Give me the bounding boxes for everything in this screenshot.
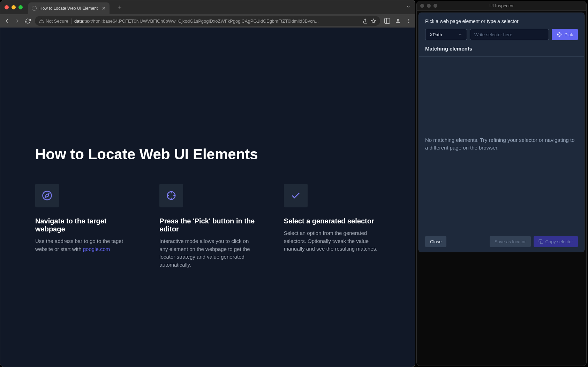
- matching-elements-body: No matching elements. Try refining your …: [419, 57, 584, 231]
- copy-label: Copy selector: [545, 239, 573, 244]
- step-title: Select a generated selector: [284, 217, 380, 225]
- steps-row: Navigate to the target webpage Use the a…: [35, 184, 380, 269]
- save-locator-button[interactable]: Save as locator: [490, 236, 531, 247]
- step-title: Press the 'Pick' button in the editor: [159, 217, 256, 233]
- tab-dropdown-icon[interactable]: [406, 4, 411, 10]
- clipboard-icon: [538, 239, 543, 244]
- panel-footer: Close Save as locator Copy selector: [419, 231, 584, 252]
- crosshair-icon: [159, 184, 183, 207]
- share-icon[interactable]: [363, 18, 368, 24]
- pick-button[interactable]: Pick: [552, 29, 578, 40]
- close-tab-icon[interactable]: ✕: [102, 6, 106, 11]
- close-button[interactable]: Close: [425, 236, 446, 247]
- panel-header: Pick a web page element or type a select…: [419, 13, 584, 44]
- step-description: Use the address bar to go to the taget w…: [35, 237, 131, 253]
- step-description: Interactive mode allows you to click on …: [159, 237, 256, 269]
- extensions-icon[interactable]: [384, 18, 390, 24]
- svg-point-5: [408, 21, 409, 22]
- selector-type-dropdown[interactable]: XPath: [425, 29, 467, 40]
- browser-window: How to Locate Web UI Element ✕ + Not Sec…: [0, 0, 415, 367]
- warning-icon: [39, 18, 44, 23]
- selector-row: XPath Pick: [425, 29, 578, 40]
- svg-point-7: [43, 191, 52, 200]
- target-icon: [557, 32, 562, 37]
- compass-icon: [35, 184, 59, 207]
- tab-title: How to Locate Web UI Element: [39, 6, 98, 11]
- svg-marker-3: [371, 19, 376, 23]
- browser-toolbar: Not Secure data:text/html;base64,PCFET0N…: [0, 14, 415, 28]
- globe-icon: [32, 6, 37, 11]
- address-bar[interactable]: Not Secure data:text/html;base64,PCFET0N…: [35, 16, 380, 26]
- maximize-window-button[interactable]: [18, 5, 23, 9]
- window-title: UI Inspector: [489, 3, 514, 8]
- forward-button[interactable]: [14, 18, 21, 24]
- inspector-titlebar: UI Inspector: [417, 1, 586, 11]
- chevron-down-icon: [458, 32, 462, 37]
- selector-type-value: XPath: [430, 32, 442, 37]
- profile-icon[interactable]: [395, 18, 401, 24]
- maximize-window-button[interactable]: [434, 4, 437, 8]
- svg-point-14: [558, 33, 561, 37]
- step-navigate: Navigate to the target webpage Use the a…: [35, 184, 131, 269]
- pick-label: Pick: [564, 32, 573, 37]
- window-controls: [5, 5, 23, 9]
- no-match-message: No matching elements. Try refining your …: [425, 136, 578, 152]
- step-select: Select a generated selector Select an op…: [284, 184, 380, 269]
- svg-marker-8: [45, 194, 49, 198]
- minimize-window-button[interactable]: [427, 4, 431, 8]
- security-indicator[interactable]: Not Secure: [39, 18, 71, 24]
- svg-rect-16: [540, 241, 543, 244]
- check-icon: [284, 184, 308, 207]
- step-pick: Press the 'Pick' button in the editor In…: [159, 184, 256, 269]
- selector-input[interactable]: [470, 29, 549, 40]
- svg-point-15: [559, 34, 560, 35]
- inspector-panel: Pick a web page element or type a select…: [419, 13, 585, 252]
- svg-point-6: [408, 22, 409, 23]
- new-tab-button[interactable]: +: [118, 4, 122, 11]
- inspector-window: UI Inspector Pick a web page element or …: [416, 1, 587, 366]
- close-window-button[interactable]: [5, 5, 9, 9]
- panel-prompt: Pick a web page element or type a select…: [425, 18, 578, 24]
- menu-dots-icon[interactable]: [406, 18, 412, 24]
- security-label: Not Secure: [46, 18, 68, 24]
- svg-point-4: [408, 19, 409, 20]
- page-content: How to Locate Web UI Elements Navigate t…: [0, 28, 415, 367]
- step-description: Select an option from the generated sele…: [284, 229, 380, 253]
- back-button[interactable]: [4, 18, 10, 24]
- toolbar-actions: [384, 18, 412, 24]
- google-link[interactable]: google.com: [83, 246, 110, 252]
- page-title: How to Locate Web UI Elements: [35, 28, 380, 163]
- url-text: data:text/html;base64,PCFET0NUWVBFlGh0bW…: [74, 18, 360, 24]
- browser-tab-strip: How to Locate Web UI Element ✕ +: [0, 0, 415, 14]
- inspector-window-controls: [420, 4, 437, 8]
- matching-elements-header: Matching elements: [419, 44, 584, 57]
- bookmark-star-icon[interactable]: [371, 18, 376, 24]
- copy-selector-button[interactable]: Copy selector: [534, 236, 578, 247]
- browser-tab[interactable]: How to Locate Web UI Element ✕: [28, 2, 110, 14]
- minimize-window-button[interactable]: [12, 5, 16, 9]
- close-window-button[interactable]: [420, 4, 424, 8]
- reload-button[interactable]: [25, 18, 31, 24]
- step-title: Navigate to the target webpage: [35, 217, 131, 233]
